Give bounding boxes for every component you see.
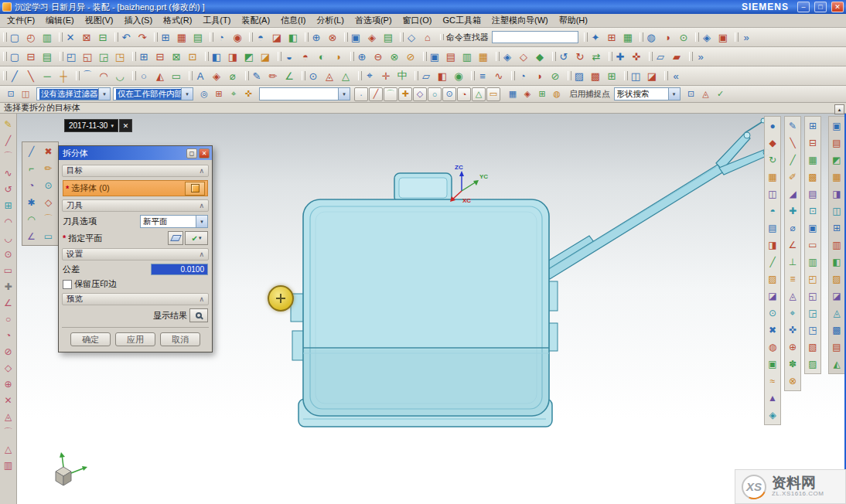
toolbar-icon[interactable]: ⌒ <box>384 87 397 101</box>
toolbar-icon[interactable]: ▦ <box>620 29 636 45</box>
toolbar-icon[interactable]: ◬ <box>785 288 800 305</box>
toolbar-icon[interactable]: ✚ <box>1 278 16 295</box>
toolbar-icon[interactable]: ◬ <box>1 408 16 424</box>
toolbar-icon[interactable]: ─ <box>39 68 55 83</box>
toolbar-icon[interactable]: ⊙ <box>40 177 56 193</box>
toolbar-icon[interactable]: ⊟ <box>805 135 820 152</box>
toolbar-icon[interactable]: ∠ <box>281 68 297 83</box>
toolbar-icon[interactable]: ▦ <box>174 29 189 45</box>
toolbar-icon[interactable]: ✕ <box>1 392 16 408</box>
toolbar-icon[interactable]: ✦ <box>588 29 603 45</box>
toolbar-icon[interactable]: ◧ <box>209 49 224 64</box>
toolbar-icon[interactable]: ⊞ <box>604 68 619 83</box>
select-body-row[interactable]: * 选择体 (0) <box>63 180 208 196</box>
toolbar-icon[interactable]: ⌒ <box>1 148 16 165</box>
toolbar-icon[interactable]: ↺ <box>556 49 571 64</box>
toolbar-icon[interactable]: ▤ <box>829 135 844 152</box>
toolbar-icon[interactable]: ○ <box>1 311 16 327</box>
toolbar-icon[interactable]: ◨ <box>765 237 780 254</box>
toolbar-icon[interactable]: ▭ <box>486 87 500 101</box>
toolbar-icon[interactable]: ▢ <box>7 29 22 45</box>
toolbar-icon[interactable]: ▨ <box>765 271 780 288</box>
toolbar-icon[interactable]: ◱ <box>80 49 95 64</box>
show-result-button[interactable] <box>189 308 208 322</box>
toolbar-icon[interactable]: ⇄ <box>588 49 604 64</box>
toolbar-icon[interactable]: ▤ <box>443 49 459 64</box>
toolbar-icon[interactable]: ↺ <box>1 181 16 197</box>
toolbar-icon[interactable]: ⌀ <box>225 68 240 83</box>
toolbar-icon[interactable]: ▤ <box>190 29 206 45</box>
toolbar-icon[interactable]: ◔ <box>213 29 229 45</box>
toolbar-icon[interactable]: ⊙ <box>442 87 456 101</box>
toolbar-icon[interactable]: ▦ <box>805 152 820 169</box>
menu-item[interactable]: 窗口(O) <box>397 14 438 27</box>
dialog-titlebar[interactable]: 拆分体 ◻ ✕ <box>59 146 212 160</box>
toolbar-icon[interactable]: ▭ <box>169 68 184 83</box>
toolbar-icon[interactable]: ▥ <box>459 49 475 64</box>
toolbar-icon[interactable]: △ <box>1 441 16 457</box>
toolbar-icon[interactable]: ◪ <box>765 288 780 305</box>
toolbar-icon[interactable]: ╱ <box>785 152 800 169</box>
section-preview[interactable]: 预览 ∧ <box>62 293 209 305</box>
toolbar-icon[interactable]: ⊠ <box>169 49 184 64</box>
toolbar-icon[interactable]: ▨ <box>571 68 587 83</box>
toolbar-icon[interactable]: ⊞ <box>1 197 16 213</box>
section-target[interactable]: 目标 ∧ <box>62 165 209 177</box>
plane-dialog-button[interactable] <box>168 231 183 245</box>
chevron-down-icon[interactable]: ▾ <box>111 123 114 129</box>
toolbar-icon[interactable]: ◫ <box>765 186 780 203</box>
toolbar-icon[interactable]: ◬ <box>322 68 337 83</box>
section-tool[interactable]: 刀具 ∧ <box>62 199 209 212</box>
toolbar-icon[interactable]: ╱ <box>765 254 780 271</box>
menu-item[interactable]: 帮助(H) <box>554 14 593 27</box>
toolbar-icon[interactable]: ◈ <box>500 49 515 64</box>
toolbar-icon[interactable]: ╱ <box>369 87 383 101</box>
toolbar-icon[interactable]: ≡ <box>785 271 800 288</box>
toolbar-icon[interactable]: ⊕ <box>1 376 16 392</box>
ok-button[interactable]: 确定 <box>70 332 111 346</box>
chevron-down-icon[interactable]: ▾ <box>338 88 350 100</box>
toolbar-icon[interactable]: ✏ <box>40 160 56 176</box>
toolbar-icon[interactable]: ╲ <box>23 68 39 83</box>
toolbar-icon[interactable]: ◑ <box>660 29 675 45</box>
toolbar-icon[interactable]: ◑ <box>330 49 346 64</box>
toolbar-icon[interactable]: ✎ <box>785 117 800 135</box>
toolbar-icon[interactable]: ⌒ <box>40 211 56 227</box>
toolbar-icon[interactable]: ◠ <box>1 213 16 230</box>
toolbar-icon[interactable]: ∿ <box>491 68 507 83</box>
toolbar-icon[interactable]: ▥ <box>829 237 844 254</box>
toolbar-icon[interactable]: ∠ <box>23 228 39 244</box>
chevron-down-icon[interactable]: ▾ <box>181 88 193 100</box>
menu-item[interactable]: 格式(R) <box>158 14 197 27</box>
toolbar-icon[interactable]: ▤ <box>39 49 55 64</box>
toolbar-icon[interactable]: ⊞ <box>604 29 619 45</box>
toolbar-icon[interactable]: » <box>693 49 708 64</box>
toolbar-icon[interactable]: ▥ <box>1 457 16 473</box>
toolbar-icon[interactable]: ⊙ <box>305 68 321 83</box>
toolbar-icon[interactable]: ◓ <box>765 203 780 220</box>
toolbar-icon[interactable]: ▥ <box>805 254 820 271</box>
keep-imprint-checkbox[interactable] <box>63 280 72 289</box>
selection-scope-combo[interactable]: 仅在工作部件内部 ▾ <box>113 87 193 100</box>
menu-item[interactable]: 编辑(E) <box>40 14 80 27</box>
toolbar-icon[interactable]: ◆ <box>765 135 780 152</box>
toolbar-icon[interactable]: ◇ <box>413 87 427 101</box>
toolbar-icon[interactable]: ✎ <box>1 116 16 132</box>
toolbar-icon[interactable]: ▨ <box>829 271 844 288</box>
toolbar-icon[interactable]: ▤ <box>765 220 780 237</box>
toolbar-icon[interactable]: ◠ <box>96 68 111 83</box>
toolbar-icon[interactable]: ⊕ <box>785 339 800 356</box>
apply-button[interactable]: 应用 <box>115 332 155 346</box>
toolbar-icon[interactable]: ⊠ <box>79 29 94 45</box>
toolbar-icon[interactable]: ◇ <box>404 29 419 45</box>
toolbar-icon[interactable]: ◔ <box>23 177 39 193</box>
toolbar-icon[interactable]: ▩ <box>805 169 820 186</box>
toolbar-icon[interactable]: ◧ <box>435 68 450 83</box>
toolbar-icon[interactable]: ▤ <box>829 339 844 356</box>
toolbar-icon[interactable]: ⊟ <box>23 49 39 64</box>
toolbar-icon[interactable]: ▩ <box>829 322 844 339</box>
toolbar-icon[interactable]: ◈ <box>765 407 780 424</box>
toolbar-icon[interactable]: ◉ <box>451 68 466 83</box>
toolbar-icon[interactable]: ┼ <box>56 68 71 83</box>
toolbar-icon[interactable]: ◨ <box>829 186 844 203</box>
